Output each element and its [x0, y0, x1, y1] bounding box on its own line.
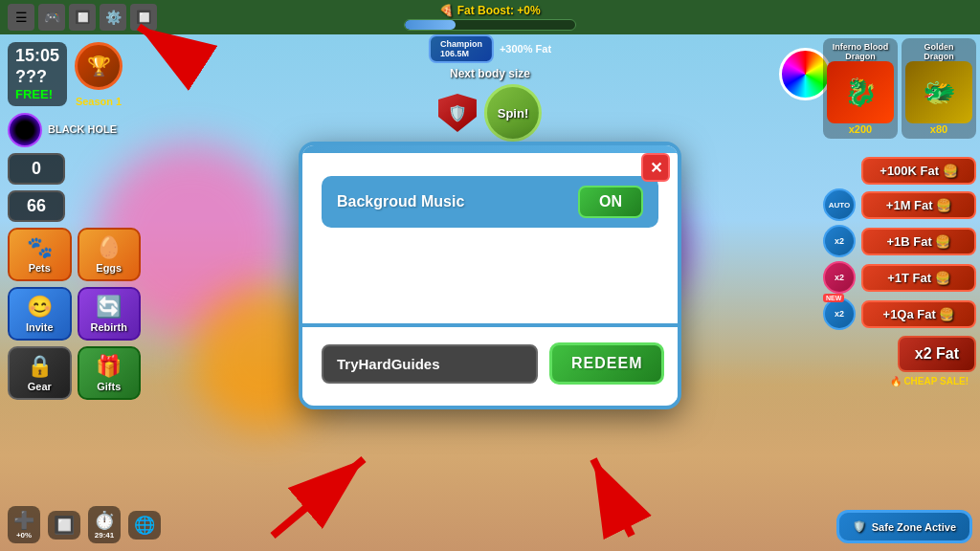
modal-header-stripe [302, 145, 678, 153]
modal-footer: REDEEM [302, 323, 678, 400]
music-row: Backgroud Music ON [322, 176, 658, 228]
modal-close-button[interactable]: ✕ [641, 153, 670, 182]
music-toggle-button[interactable]: ON [578, 186, 643, 218]
music-label: Backgroud Music [337, 193, 464, 210]
modal-body: Backgroud Music ON [302, 153, 678, 323]
modal-overlay: ✕ Backgroud Music ON REDEEM [0, 0, 980, 551]
redeem-button[interactable]: REDEEM [549, 342, 664, 385]
code-input[interactable] [322, 344, 538, 384]
modal-dialog: ✕ Backgroud Music ON REDEEM [299, 142, 681, 409]
